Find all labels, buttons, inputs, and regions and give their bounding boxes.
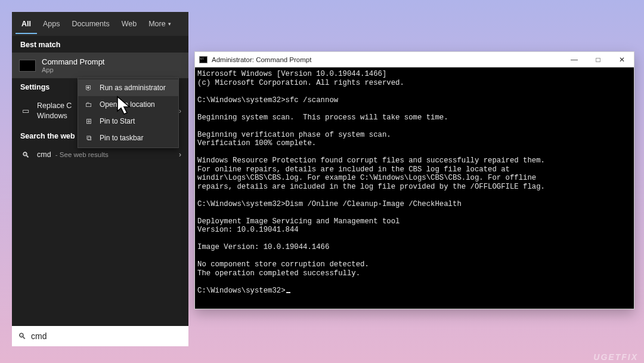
ctx-item-label: Run as administrator (100, 84, 166, 92)
chevron-right-icon: › (179, 107, 181, 115)
maximize-button[interactable]: □ (586, 52, 610, 67)
start-search-panel: All Apps Documents Web More ▾ Best match… (12, 12, 188, 346)
best-match-result[interactable]: Command Prompt App (12, 53, 188, 78)
ctx-item-label: Pin to taskbar (100, 134, 143, 142)
folder-icon: 🗀 (84, 100, 94, 109)
search-input-bar[interactable]: 🔍︎ (12, 326, 188, 346)
close-button[interactable]: ✕ (610, 52, 634, 67)
best-match-text: Command Prompt App (42, 57, 104, 73)
web-result-query: cmd (37, 150, 51, 159)
settings-screen-icon: ▭ (20, 106, 31, 115)
web-result-suffix: - See web results (51, 151, 109, 158)
search-filter-tabs: All Apps Documents Web More ▾ (12, 12, 188, 36)
tab-web[interactable]: Web (116, 14, 143, 34)
minimize-button[interactable]: — (562, 52, 586, 67)
best-match-name: Command Prompt (42, 57, 104, 66)
ctx-item-label: Pin to Start (100, 117, 135, 125)
mouse-cursor (116, 96, 133, 116)
run-admin-icon: ⛨ (84, 84, 94, 92)
ctx-run-as-administrator[interactable]: ⛨ Run as administrator (78, 79, 178, 96)
chevron-down-icon: ▾ (168, 21, 171, 27)
chevron-right-icon: › (179, 150, 181, 159)
command-prompt-icon (19, 60, 36, 72)
search-icon: 🔍︎ (20, 150, 31, 159)
best-match-subtitle: App (42, 66, 104, 73)
settings-result-text: Replace CWindows (37, 101, 72, 121)
watermark: UGETFIX (593, 352, 638, 362)
search-icon: 🔍︎ (18, 331, 26, 341)
pin-taskbar-icon: ⧉ (84, 134, 94, 142)
window-title: Administrator: Command Prompt (212, 56, 311, 63)
window-icon (199, 56, 208, 63)
tab-more[interactable]: More ▾ (143, 14, 177, 34)
tab-documents[interactable]: Documents (66, 14, 115, 34)
svg-marker-0 (117, 97, 129, 114)
pin-start-icon: ⊞ (84, 117, 94, 125)
titlebar[interactable]: Administrator: Command Prompt — □ ✕ (195, 52, 634, 67)
window-controls: — □ ✕ (562, 52, 634, 67)
search-input[interactable] (31, 331, 182, 341)
command-prompt-window: Administrator: Command Prompt — □ ✕ Micr… (194, 51, 634, 309)
ctx-pin-to-taskbar[interactable]: ⧉ Pin to taskbar (78, 130, 178, 146)
tab-apps[interactable]: Apps (37, 14, 66, 34)
tab-more-label: More (148, 20, 165, 28)
web-result-text: cmd - See web results (37, 150, 109, 160)
tab-all[interactable]: All (16, 14, 37, 34)
terminal-output[interactable]: Microsoft Windows [Version 10.0.19044.14… (195, 67, 634, 309)
section-best-match: Best match (12, 36, 188, 53)
